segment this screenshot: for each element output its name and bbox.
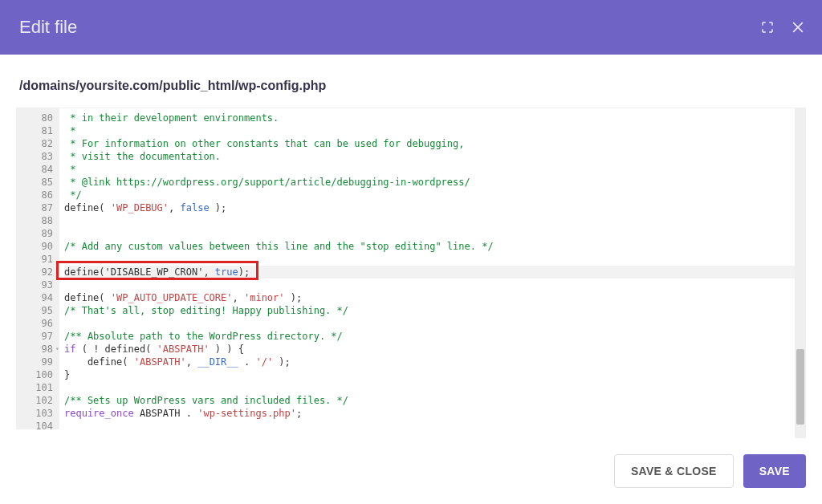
code-line[interactable] bbox=[64, 420, 801, 429]
line-number: 100 bbox=[27, 368, 53, 381]
code-line[interactable] bbox=[64, 214, 801, 227]
line-number: 83 bbox=[27, 150, 53, 163]
code-editor[interactable]: 8081828384858687888990919293949596979899… bbox=[16, 108, 806, 438]
code-line[interactable]: } bbox=[64, 368, 801, 381]
code-line[interactable]: define('DISABLE_WP_CRON', true); bbox=[64, 266, 801, 278]
line-number: 91 bbox=[27, 253, 53, 266]
line-number: 88 bbox=[27, 214, 53, 227]
line-number: 84 bbox=[27, 163, 53, 176]
line-number: 82 bbox=[27, 137, 53, 150]
close-icon[interactable] bbox=[790, 19, 806, 35]
line-number: 96 bbox=[27, 317, 53, 330]
save-and-close-button[interactable]: SAVE & CLOSE bbox=[614, 454, 734, 488]
line-number: 94 bbox=[27, 291, 53, 304]
code-line[interactable]: */ bbox=[64, 189, 801, 201]
line-number: 98 bbox=[27, 343, 53, 356]
modal-footer: SAVE & CLOSE SAVE bbox=[0, 438, 822, 504]
line-number: 102 bbox=[27, 394, 53, 407]
line-number: 87 bbox=[27, 201, 53, 214]
edit-file-modal: Edit file /domains/yoursite.com/public_h… bbox=[0, 0, 822, 504]
code-line[interactable]: define( 'WP_AUTO_UPDATE_CORE', 'minor' )… bbox=[64, 291, 801, 304]
line-number: 92 bbox=[27, 266, 53, 278]
line-number: 104 bbox=[27, 420, 53, 429]
code-line[interactable] bbox=[64, 317, 801, 330]
code-line[interactable]: /** Absolute path to the WordPress direc… bbox=[64, 330, 801, 343]
code-line[interactable]: /** Sets up WordPress vars and included … bbox=[64, 394, 801, 407]
code-line[interactable]: * bbox=[64, 163, 801, 176]
line-number: 99 bbox=[27, 356, 53, 368]
editor-scrollbar-thumb[interactable] bbox=[796, 349, 804, 425]
line-number: 89 bbox=[27, 227, 53, 240]
code-line[interactable] bbox=[64, 381, 801, 394]
line-number: 93 bbox=[27, 278, 53, 291]
line-number: 101 bbox=[27, 381, 53, 394]
code-line[interactable]: /* Add any custom values between this li… bbox=[64, 240, 801, 253]
code-line[interactable]: * visit the documentation. bbox=[64, 150, 801, 163]
code-line[interactable] bbox=[64, 278, 801, 291]
line-number: 90 bbox=[27, 240, 53, 253]
line-number: 86 bbox=[27, 189, 53, 201]
line-number: 95 bbox=[27, 304, 53, 317]
line-number: 80 bbox=[27, 112, 53, 124]
editor-scrollbar-track[interactable] bbox=[795, 108, 806, 438]
code-line[interactable]: * For information on other constants tha… bbox=[64, 137, 801, 150]
code-area[interactable]: * in their development environments. * *… bbox=[59, 108, 806, 429]
line-number: 85 bbox=[27, 176, 53, 189]
code-line[interactable] bbox=[64, 227, 801, 240]
code-line[interactable]: define( 'ABSPATH', __DIR__ . '/' ); bbox=[64, 356, 801, 368]
code-line[interactable]: * bbox=[64, 124, 801, 137]
modal-title: Edit file bbox=[19, 17, 77, 38]
code-line[interactable]: * @link https://wordpress.org/support/ar… bbox=[64, 176, 801, 189]
code-line[interactable] bbox=[64, 253, 801, 266]
code-line[interactable]: if ( ! defined( 'ABSPATH' ) ) { bbox=[64, 343, 801, 356]
line-number: 81 bbox=[27, 124, 53, 137]
code-line[interactable]: /* That's all, stop editing! Happy publi… bbox=[64, 304, 801, 317]
fullscreen-icon[interactable] bbox=[759, 19, 775, 35]
file-path: /domains/yoursite.com/public_html/wp-con… bbox=[0, 55, 822, 108]
code-line[interactable]: define( 'WP_DEBUG', false ); bbox=[64, 201, 801, 214]
save-button[interactable]: SAVE bbox=[743, 454, 806, 488]
code-line[interactable]: * in their development environments. bbox=[64, 112, 801, 124]
code-line[interactable]: require_once ABSPATH . 'wp-settings.php'… bbox=[64, 407, 801, 420]
line-number-gutter: 8081828384858687888990919293949596979899… bbox=[16, 108, 59, 429]
line-number: 97 bbox=[27, 330, 53, 343]
modal-header: Edit file bbox=[0, 0, 822, 55]
line-number: 103 bbox=[27, 407, 53, 420]
